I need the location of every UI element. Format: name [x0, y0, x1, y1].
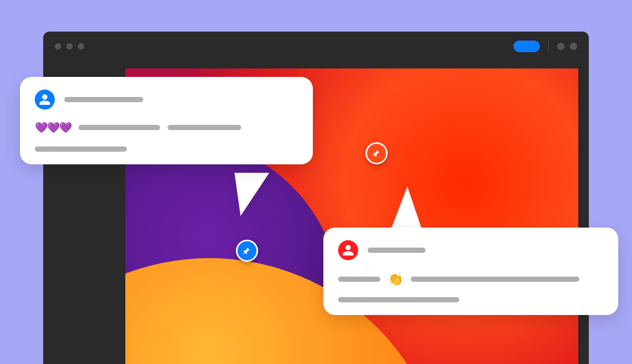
titlebar: [43, 32, 589, 61]
pin-icon: [242, 245, 252, 256]
minimize-dot[interactable]: [66, 43, 73, 50]
comment-text-line: [167, 125, 241, 130]
comment-2-tail: [385, 186, 422, 232]
pin-marker-orange[interactable]: [366, 142, 388, 164]
titlebar-action-2[interactable]: [570, 43, 577, 50]
heart-emoji: 💜💜💜: [35, 121, 71, 134]
comment-text-line: [35, 146, 127, 152]
pin-marker-blue[interactable]: [236, 240, 258, 262]
comment-text-line: [338, 277, 380, 282]
clap-emoji: 👏: [388, 272, 403, 287]
titlebar-action-1[interactable]: [557, 43, 565, 50]
comment-card-2[interactable]: 👏: [323, 228, 618, 315]
comment-author-placeholder: [64, 97, 143, 102]
pin-icon: [371, 148, 382, 159]
close-dot[interactable]: [55, 43, 61, 50]
avatar-icon: [338, 240, 358, 260]
traffic-lights[interactable]: [55, 43, 84, 50]
share-button[interactable]: [514, 41, 540, 52]
titlebar-divider: [548, 41, 549, 52]
comment-text-line: [78, 125, 160, 130]
zoom-dot[interactable]: [78, 43, 84, 50]
avatar-icon: [35, 90, 55, 110]
comment-card-1[interactable]: 💜💜💜: [20, 77, 313, 164]
comment-author-placeholder: [368, 248, 426, 253]
comment-text-line: [411, 277, 579, 282]
comment-text-line: [338, 297, 459, 302]
titlebar-right: [514, 41, 577, 52]
